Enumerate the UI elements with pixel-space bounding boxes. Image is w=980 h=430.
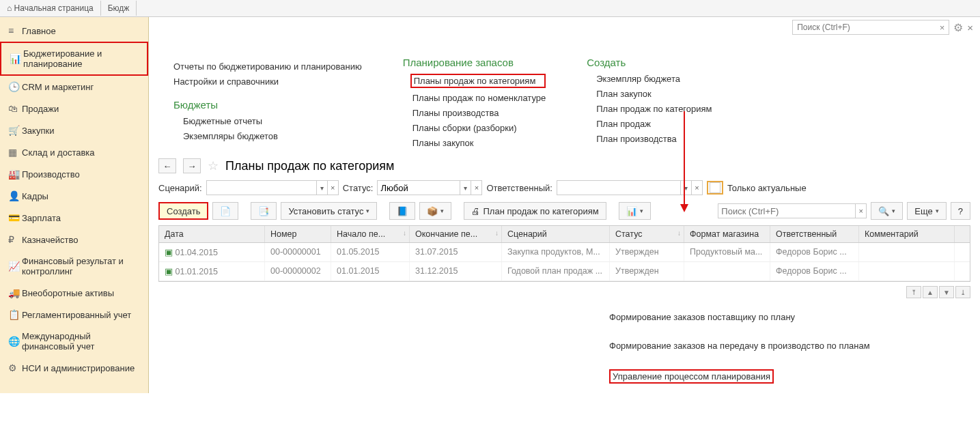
responsible-combo[interactable]: ▾× <box>557 180 703 195</box>
print-plan-button[interactable]: 🖨 План продаж по категориям <box>464 202 606 220</box>
sidebar-item-7[interactable]: 👤Кадры <box>0 185 148 207</box>
scenario-combo[interactable]: ▾× <box>206 180 339 195</box>
plan-link-1[interactable]: Планы продаж по номенклатуре <box>412 93 546 103</box>
plan-link-3[interactable]: Планы сборки (разборки) <box>412 123 546 133</box>
sidebar-item-0[interactable]: ≡Главное <box>0 20 148 42</box>
page-first[interactable]: ⤒ <box>906 286 921 298</box>
create-link-4[interactable]: План производства <box>596 134 712 144</box>
column-header[interactable]: Окончание пе...↓ <box>410 226 502 242</box>
responsible-label: Ответственный: <box>486 183 552 193</box>
set-status-button[interactable]: Установить статус▾ <box>281 202 377 220</box>
star-icon[interactable]: ☆ <box>208 158 219 173</box>
footer-link-1[interactable]: Формирование заказов на передачу в произ… <box>609 341 970 351</box>
page-up[interactable]: ▲ <box>923 286 938 298</box>
sidebar-icon: 📈 <box>8 261 22 272</box>
table-search[interactable]: × <box>718 203 867 218</box>
create-link-3[interactable]: План продаж <box>596 119 712 129</box>
sidebar-item-2[interactable]: 🕒CRM и маркетинг <box>0 76 148 98</box>
plan-link-4[interactable]: Планы закупок <box>412 138 546 148</box>
sidebar-item-label: Зарплата <box>22 213 140 223</box>
sidebar-item-label: Продажи <box>22 104 140 114</box>
status-combo[interactable]: ▾× <box>377 180 482 195</box>
forward-button[interactable]: → <box>183 158 201 173</box>
sidebar-item-label: Кадры <box>22 191 140 201</box>
clear-icon[interactable]: × <box>691 181 702 195</box>
tab-home[interactable]: Начальная страница <box>0 1 101 16</box>
duplicate-button[interactable]: 📑 <box>251 202 277 220</box>
chevron-down-icon[interactable]: ▾ <box>460 181 471 195</box>
create-link-1[interactable]: План закупок <box>596 89 712 99</box>
sidebar-item-12[interactable]: 📋Регламентированный учет <box>0 304 148 326</box>
global-search-input[interactable] <box>793 21 935 33</box>
page-down[interactable]: ▼ <box>939 286 954 298</box>
link-reports[interactable]: Отчеты по бюджетированию и планированию <box>173 61 362 72</box>
link-settings[interactable]: Настройки и справочники <box>173 76 362 87</box>
find-button[interactable]: 🔍▾ <box>871 202 903 220</box>
column-header[interactable]: Статус↓ <box>610 226 684 242</box>
sidebar-item-13[interactable]: 🌐Международный финансовый учет <box>0 326 148 357</box>
clear-icon[interactable]: × <box>936 23 949 33</box>
page-last[interactable]: ⤓ <box>955 286 970 298</box>
table-cell: Утвержден <box>610 262 684 281</box>
footer-link-0[interactable]: Формирование заказов поставщику по плану <box>609 312 970 322</box>
create-link-2[interactable]: План продаж по категориям <box>596 104 712 114</box>
column-header[interactable]: Номер <box>265 226 331 242</box>
responsible-input[interactable] <box>557 181 680 195</box>
scenario-label: Сценарий: <box>158 183 202 193</box>
footer-link-2[interactable]: Управление процессом планирования <box>609 369 774 384</box>
global-search[interactable]: × <box>792 20 949 35</box>
list-button[interactable]: 📘 <box>389 202 415 220</box>
sidebar-item-1[interactable]: 📊Бюджетирование и планирование <box>0 42 148 76</box>
gear-icon[interactable]: ⚙ <box>953 21 963 34</box>
table-cell: 01.05.2015 <box>331 243 410 261</box>
create-button[interactable]: Создать <box>158 202 208 220</box>
table-search-input[interactable] <box>718 204 855 218</box>
column-header[interactable]: Формат магазина <box>684 226 770 242</box>
link-budget-reports[interactable]: Бюджетные отчеты <box>183 116 362 126</box>
task-button[interactable]: 📦▾ <box>419 202 451 220</box>
table-row[interactable]: ▣ 01.04.201500-0000000101.05.201531.07.2… <box>159 243 970 262</box>
table-row[interactable]: ▣ 01.01.201500-0000000201.01.201531.12.2… <box>159 262 970 281</box>
sidebar-icon: 🌐 <box>8 336 22 347</box>
column-header[interactable]: Начало пе...↓ <box>331 226 410 242</box>
sidebar-item-9[interactable]: ₽Казначейство <box>0 229 148 250</box>
sidebar-item-8[interactable]: 💳Зарплата <box>0 207 148 229</box>
sidebar-item-6[interactable]: 🏭Производство <box>0 163 148 185</box>
doc-icon: ▣ <box>165 248 173 257</box>
clear-icon[interactable]: × <box>471 181 481 195</box>
scenario-input[interactable] <box>207 181 316 195</box>
sidebar-item-3[interactable]: 🛍Продажи <box>0 98 148 119</box>
chevron-down-icon[interactable]: ▾ <box>316 181 327 195</box>
clear-icon[interactable]: × <box>855 204 866 218</box>
sidebar-item-10[interactable]: 📈Финансовый результат и контроллинг <box>0 250 148 282</box>
chevron-down-icon[interactable]: ▾ <box>680 181 691 195</box>
column-header[interactable]: Дата <box>159 226 265 242</box>
column-header[interactable]: Ответственный <box>770 226 859 242</box>
help-button[interactable]: ? <box>951 202 970 220</box>
doc-icon: ▣ <box>165 267 173 276</box>
column-header[interactable]: Комментарий <box>859 226 955 242</box>
actual-checkbox[interactable] <box>710 182 720 193</box>
column-header[interactable]: Сценарий <box>502 226 610 242</box>
copy-button[interactable]: 📄 <box>212 202 238 220</box>
tab-budgeting[interactable]: Бюдж <box>101 1 137 16</box>
close-icon[interactable]: × <box>967 22 973 33</box>
plan-link-0[interactable]: Планы продаж по категориям <box>410 74 546 88</box>
sidebar-item-4[interactable]: 🛒Закупки <box>0 119 148 141</box>
back-button[interactable]: ← <box>158 158 176 173</box>
sidebar-item-11[interactable]: 🚚Внеоборотные активы <box>0 282 148 304</box>
section-title: Планы продаж по категориям <box>225 159 394 173</box>
more-button[interactable]: Еще▾ <box>907 202 946 220</box>
sidebar-item-5[interactable]: ▦Склад и доставка <box>0 141 148 163</box>
create-link-0[interactable]: Экземпляр бюджета <box>596 74 712 84</box>
plan-link-2[interactable]: Планы производства <box>412 108 546 118</box>
report-button[interactable]: 📊▾ <box>619 202 651 220</box>
clear-icon[interactable]: × <box>327 181 338 195</box>
sidebar-item-14[interactable]: ⚙НСИ и администрирование <box>0 357 148 379</box>
sidebar-item-label: Международный финансовый учет <box>22 331 140 352</box>
sidebar-icon: ≡ <box>8 25 22 36</box>
link-budget-instances[interactable]: Экземпляры бюджетов <box>183 131 362 141</box>
sidebar-icon: 📊 <box>10 53 23 64</box>
top-tabs: Начальная страница Бюдж <box>0 0 980 17</box>
status-input[interactable] <box>378 181 460 195</box>
